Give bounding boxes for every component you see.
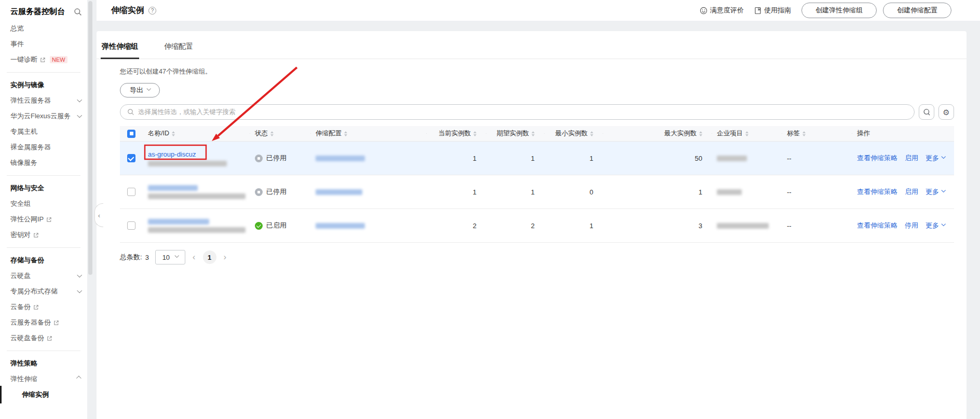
quota-note: 您还可以创建47个弹性伸缩组。 (120, 67, 954, 76)
sidebar-item-evs[interactable]: 云硬盘 (0, 268, 87, 284)
blurred-enterprise-project (717, 223, 769, 229)
sidebar-item-eip[interactable]: 弹性公网IP (0, 212, 87, 227)
column-header-min-instances[interactable]: 最小实例数 (544, 129, 603, 138)
sidebar-item-overview[interactable]: 总览 (0, 21, 87, 36)
external-link-icon (40, 57, 46, 63)
sidebar-item-bare-metal[interactable]: 裸金属服务器 (0, 139, 87, 155)
console-title: 云服务器控制台 (10, 7, 65, 17)
next-page-button[interactable]: › (223, 252, 228, 262)
chevron-down-icon (77, 113, 82, 118)
sidebar-item-security-group[interactable]: 安全组 (0, 196, 87, 212)
min-instances-value: 1 (544, 222, 603, 230)
disable-link[interactable]: 停用 (905, 221, 918, 230)
blurred-name-link (148, 185, 198, 191)
tags-value: -- (782, 222, 852, 230)
scaling-group-name-link[interactable]: as-group-discuz (148, 150, 227, 158)
sidebar-item-server-backup[interactable]: 云服务器备份 (0, 315, 87, 330)
sidebar-item-dedicated-host[interactable]: 专属主机 (0, 124, 87, 139)
desired-instances-value: 1 (486, 155, 544, 162)
status-disabled-icon (255, 155, 263, 162)
column-header-desired-instances[interactable]: 期望实例数 (486, 129, 544, 138)
export-button[interactable]: 导出 (120, 83, 160, 97)
current-page-number[interactable]: 1 (203, 250, 216, 264)
tab-scaling-configs[interactable]: 伸缩配置 (163, 42, 194, 59)
more-link[interactable]: 更多 (925, 187, 945, 197)
external-link-icon (47, 336, 52, 341)
sidebar-item-scaling-instances[interactable]: 伸缩实例 (0, 387, 87, 402)
column-header-current-instances[interactable]: 当前实例数 (426, 129, 486, 138)
column-header-name-id[interactable]: 名称/ID (143, 129, 250, 138)
page-size-select[interactable]: 10 (155, 250, 185, 264)
enable-link[interactable]: 启用 (905, 153, 918, 163)
view-scaling-policy-link[interactable]: 查看伸缩策略 (857, 153, 897, 163)
sidebar-scrollbar-thumb[interactable] (88, 1, 92, 275)
table-row: as-group-discuz 已停用 1 1 1 50 -- 查看伸缩策略 启… (120, 142, 954, 175)
table-search-button[interactable] (919, 104, 934, 120)
table-header-row: 名称/ID 状态 伸缩配置 当前实例数 期望实例数 (120, 126, 954, 142)
help-icon[interactable]: ? (148, 7, 156, 15)
column-header-max-instances[interactable]: 最大实例数 (603, 129, 712, 138)
sidebar-item-cbr[interactable]: 云备份 (0, 299, 87, 315)
enable-link[interactable]: 启用 (905, 187, 918, 197)
chevron-down-icon (941, 221, 945, 226)
sort-icon (590, 131, 593, 136)
external-link-icon (46, 217, 52, 222)
min-instances-value: 0 (544, 188, 603, 196)
chevron-down-icon (941, 188, 945, 192)
sidebar-item-events[interactable]: 事件 (0, 36, 87, 52)
status-disabled-icon (255, 188, 263, 196)
sidebar-item-dss[interactable]: 专属分布式存储 (0, 284, 87, 299)
column-header-tags[interactable]: 标签 (782, 129, 852, 138)
view-scaling-policy-link[interactable]: 查看伸缩策略 (857, 221, 897, 230)
create-scaling-group-button[interactable]: 创建弹性伸缩组 (801, 3, 877, 18)
sidebar-item-diagnosis[interactable]: 一键诊断 NEW (0, 52, 87, 67)
table-settings-button[interactable]: ⚙ (938, 104, 954, 120)
sidebar-search-icon[interactable] (74, 8, 82, 16)
sidebar-item-flexus[interactable]: 华为云Flexus云服务 (0, 108, 87, 124)
sort-icon (344, 131, 347, 136)
chevron-down-icon (77, 288, 82, 293)
table-row: 已停用 1 1 0 1 -- 查看伸缩策略 启用 更多 (120, 175, 954, 209)
min-instances-value: 1 (544, 155, 603, 162)
console-title-bar: 云服务器控制台 (0, 0, 87, 21)
column-header-status[interactable]: 状态 (250, 129, 310, 138)
row-checkbox[interactable] (127, 188, 135, 196)
filter-search-box (120, 104, 915, 120)
column-header-scaling-config[interactable]: 伸缩配置 (310, 129, 426, 138)
view-scaling-policy-link[interactable]: 查看伸缩策略 (857, 187, 897, 197)
desired-instances-value: 1 (486, 188, 544, 196)
current-instances-value: 1 (426, 155, 486, 162)
sidebar-divider (7, 175, 80, 176)
create-scaling-config-button[interactable]: 创建伸缩配置 (883, 3, 951, 18)
sort-icon (473, 131, 477, 136)
sidebar-collapse-handle[interactable]: ‹ (94, 203, 103, 227)
max-instances-value: 1 (603, 188, 712, 196)
tab-bar: 弹性伸缩组 伸缩配置 (97, 31, 967, 59)
row-checkbox[interactable] (127, 154, 135, 162)
sidebar-item-keypair[interactable]: 密钥对 (0, 227, 87, 243)
chevron-down-icon (175, 253, 179, 257)
tags-value: -- (782, 188, 852, 196)
more-link[interactable]: 更多 (925, 153, 945, 163)
blurred-config-link (316, 156, 365, 161)
current-instances-value: 1 (426, 188, 486, 196)
filter-search-input[interactable] (138, 108, 907, 116)
external-link-icon (53, 320, 59, 326)
more-link[interactable]: 更多 (925, 221, 945, 230)
guide-link[interactable]: 使用指南 (754, 6, 791, 15)
column-header-enterprise-project[interactable]: 企业项目 (712, 129, 782, 138)
sidebar-item-ims[interactable]: 镜像服务 (0, 155, 87, 171)
chevron-down-icon (77, 97, 82, 102)
tab-scaling-groups[interactable]: 弹性伸缩组 (101, 42, 139, 59)
row-checkbox[interactable] (127, 221, 135, 230)
prev-page-button[interactable]: ‹ (192, 252, 197, 262)
tags-value: -- (782, 155, 852, 162)
sidebar-item-auto-scaling[interactable]: 弹性伸缩 (0, 371, 87, 387)
sidebar-item-ecs[interactable]: 弹性云服务器 (0, 93, 87, 108)
gear-icon: ⚙ (943, 108, 949, 116)
total-count-value: 3 (145, 254, 149, 261)
sidebar-item-disk-backup[interactable]: 云硬盘备份 (0, 330, 87, 346)
feedback-link[interactable]: 满意度评价 (700, 6, 744, 15)
select-all-checkbox[interactable] (127, 130, 135, 138)
status-enabled-icon (255, 222, 263, 230)
